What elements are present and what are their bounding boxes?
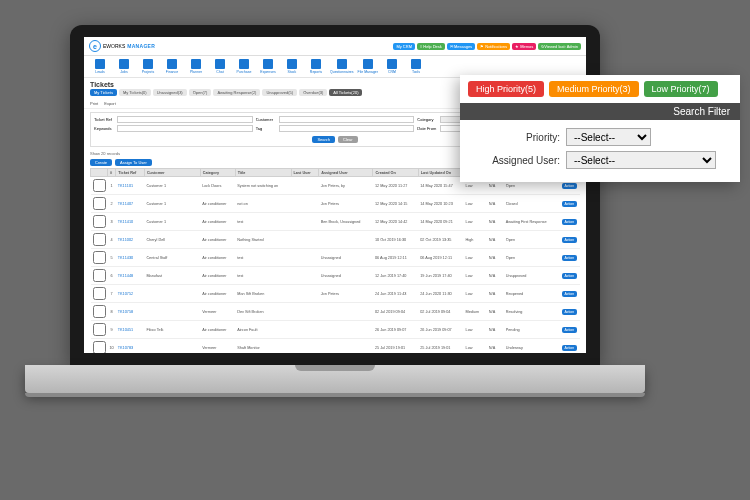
priority-select[interactable]: --Select-- — [566, 128, 651, 146]
assigned-label: Assigned User: — [470, 155, 560, 166]
logo-icon: e — [89, 40, 101, 52]
col-header[interactable]: # — [108, 169, 116, 177]
row-checkbox[interactable] — [93, 233, 106, 246]
row-action-button[interactable]: Action — [562, 201, 578, 207]
keywords-input[interactable] — [117, 125, 253, 132]
header-badge[interactable]: ⚑ Notifications — [477, 43, 510, 50]
tab[interactable]: Unapproved(5) — [262, 89, 297, 96]
row-action-button[interactable]: Action — [562, 345, 578, 351]
tab[interactable]: Awaiting Response(2) — [213, 89, 260, 96]
export-link[interactable]: Export — [104, 101, 116, 106]
title: test — [235, 213, 291, 231]
col-header[interactable]: Category — [200, 169, 235, 177]
assigned-user: Jon Peters, by — [319, 177, 373, 195]
row-checkbox[interactable] — [93, 179, 106, 192]
col-header[interactable]: Last User — [291, 169, 319, 177]
status: Awaiting First Response — [504, 213, 560, 231]
show-records[interactable]: Show 20 records — [90, 151, 120, 156]
row-checkbox[interactable] — [93, 251, 106, 264]
row-action-button[interactable]: Action — [562, 255, 578, 261]
row-action-button[interactable]: Action — [562, 183, 578, 189]
ticket-ref[interactable]: TK11430 — [116, 249, 145, 267]
nav-chat[interactable]: Chat — [210, 59, 230, 74]
category: Air conditioner — [200, 249, 235, 267]
row-checkbox[interactable] — [93, 323, 106, 336]
header-badge[interactable]: ✉ Messages — [447, 43, 475, 50]
created-on: 10 Oct 2019 16:30 — [373, 231, 418, 249]
ticket-ref[interactable]: TK11410 — [116, 213, 145, 231]
create-button[interactable]: Create — [90, 159, 112, 166]
tab[interactable]: Overdue(3) — [299, 89, 327, 96]
col-header[interactable]: Created On — [373, 169, 418, 177]
nav-stock[interactable]: Stock — [282, 59, 302, 74]
row-num: 2 — [108, 195, 116, 213]
header-badge[interactable]: ★ Memos — [512, 43, 536, 50]
row-checkbox[interactable] — [93, 287, 106, 300]
ticketref-input[interactable] — [117, 116, 253, 123]
col-header[interactable]: Assigned User — [319, 169, 373, 177]
updated-on: 14 May 2020 10:23 — [418, 195, 463, 213]
assign-button[interactable]: Assign To User — [115, 159, 152, 166]
ticket-ref[interactable]: TK10758 — [116, 303, 145, 321]
nav-leads[interactable]: Leads — [90, 59, 110, 74]
col-header[interactable]: Title — [235, 169, 291, 177]
tab[interactable]: My Tickets(0) — [119, 89, 151, 96]
priority-badge-med[interactable]: Medium Priority(3) — [549, 81, 639, 97]
nav-label: Purchase — [237, 70, 252, 74]
row-checkbox[interactable] — [93, 197, 106, 210]
assigned-user-select[interactable]: --Select-- — [566, 151, 716, 169]
updated-on: 02 Oct 2019 13:35 — [418, 231, 463, 249]
nav-planner[interactable]: Planner — [186, 59, 206, 74]
nav-icon — [119, 59, 129, 69]
ticket-ref[interactable]: TK10451 — [116, 321, 145, 339]
clear-button[interactable]: Clear — [338, 136, 358, 143]
priority-badge-high[interactable]: High Priority(5) — [468, 81, 544, 97]
col-header[interactable]: Last Updated On — [418, 169, 463, 177]
priority-label: Priority: — [470, 132, 560, 143]
header-badge[interactable]: # Help Desk — [417, 43, 445, 50]
row-action-button[interactable]: Action — [562, 273, 578, 279]
tab[interactable]: Open(7) — [189, 89, 212, 96]
ticket-ref[interactable]: TK11407 — [116, 195, 145, 213]
row-num: 5 — [108, 249, 116, 267]
search-button[interactable]: Search — [312, 136, 335, 143]
row-action-button[interactable]: Action — [562, 219, 578, 225]
nav-expenses[interactable]: Expenses — [258, 59, 278, 74]
header-badge[interactable]: ↻Viewed last: Admin — [538, 43, 581, 50]
nav-finance[interactable]: Finance — [162, 59, 182, 74]
header-badge[interactable]: My CRM — [393, 43, 415, 50]
ticket-ref[interactable]: TK10783 — [116, 339, 145, 354]
ticket-ref[interactable]: TK10752 — [116, 285, 145, 303]
row-action-button[interactable]: Action — [562, 327, 578, 333]
customer-input[interactable] — [279, 116, 415, 123]
row-checkbox[interactable] — [93, 269, 106, 282]
col-header[interactable] — [91, 169, 108, 177]
col-header[interactable]: Customer — [144, 169, 200, 177]
nav-questionnaires[interactable]: Questionnaires — [330, 59, 354, 74]
row-checkbox[interactable] — [93, 305, 106, 318]
ticket-ref[interactable]: TK11448 — [116, 267, 145, 285]
tab[interactable]: All Tickets(20) — [329, 89, 362, 96]
row-action-button[interactable]: Action — [562, 237, 578, 243]
ticket-ref[interactable]: TK11002 — [116, 231, 145, 249]
nav-reports[interactable]: Reports — [306, 59, 326, 74]
tag-input[interactable] — [279, 125, 415, 132]
tab[interactable]: Unassigned(3) — [153, 89, 187, 96]
title: Shaft Monitor — [235, 339, 291, 354]
priority-badge-low[interactable]: Low Priority(7) — [644, 81, 718, 97]
nav-file-manager[interactable]: File Manager — [358, 59, 378, 74]
row-checkbox[interactable] — [93, 341, 106, 354]
row-action-button[interactable]: Action — [562, 291, 578, 297]
print-link[interactable]: Print — [90, 101, 98, 106]
tab[interactable]: My Tickets — [90, 89, 117, 96]
ticket-ref[interactable]: TK11101 — [116, 177, 145, 195]
nav-crm[interactable]: CRM — [382, 59, 402, 74]
col-header[interactable]: Ticket Ref — [116, 169, 145, 177]
nav-projects[interactable]: Projects — [138, 59, 158, 74]
nav-tools[interactable]: Tools — [406, 59, 426, 74]
row-checkbox[interactable] — [93, 215, 106, 228]
nav-jobs[interactable]: Jobs — [114, 59, 134, 74]
updated-on: 24 Jun 2020 11:30 — [418, 285, 463, 303]
nav-purchase[interactable]: Purchase — [234, 59, 254, 74]
row-action-button[interactable]: Action — [562, 309, 578, 315]
